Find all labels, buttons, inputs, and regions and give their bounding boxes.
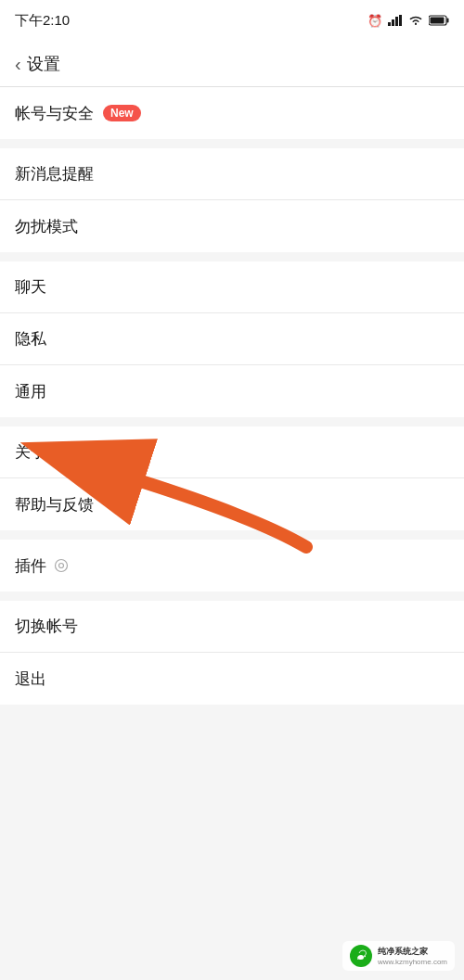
menu-item-chat[interactable]: 聊天 — [0, 261, 464, 313]
menu-item-dnd[interactable]: 勿扰模式 — [0, 200, 464, 252]
status-icons: ⏰ — [367, 14, 449, 28]
svg-point-4 — [415, 23, 417, 25]
watermark-text: 纯净系统之家 www.kzmyhome.com — [378, 946, 447, 966]
back-arrow-icon: ‹ — [15, 55, 21, 73]
svg-rect-1 — [392, 19, 394, 26]
svg-rect-0 — [388, 22, 391, 26]
svg-rect-3 — [399, 15, 402, 26]
section-account: 帐号与安全 New — [0, 87, 464, 139]
menu-item-account-security[interactable]: 帐号与安全 New — [0, 87, 464, 139]
menu-item-logout[interactable]: 退出 — [0, 653, 464, 705]
section-notifications: 新消息提醒 勿扰模式 — [0, 148, 464, 252]
status-time: 下午2:10 — [15, 12, 70, 30]
section-chat-group: 聊天 隐私 通用 — [0, 261, 464, 417]
account-security-label: 帐号与安全 — [15, 103, 94, 124]
help-label: 帮助与反馈 — [15, 494, 94, 515]
menu-item-plugins[interactable]: 插件 — [0, 540, 464, 592]
status-bar: 下午2:10 ⏰ — [0, 0, 464, 41]
wifi-icon — [408, 15, 423, 26]
logout-label: 退出 — [15, 668, 46, 690]
plugins-label: 插件 — [15, 555, 46, 577]
menu-item-about[interactable]: 关于微信 — [0, 426, 464, 478]
dnd-label: 勿扰模式 — [15, 216, 78, 237]
alarm-icon: ⏰ — [367, 14, 382, 28]
svg-rect-2 — [395, 17, 398, 26]
section-about-group: 关于微信 帮助与反馈 — [0, 426, 464, 530]
page-wrapper: 下午2:10 ⏰ — [0, 0, 464, 705]
back-button[interactable]: ‹ 设置 — [15, 53, 60, 75]
menu-item-help[interactable]: 帮助与反馈 — [0, 478, 464, 530]
switch-account-label: 切换帐号 — [15, 616, 78, 637]
watermark: 纯净系统之家 www.kzmyhome.com — [342, 941, 455, 971]
menu-item-switch-account[interactable]: 切换帐号 — [0, 601, 464, 653]
page-title: 设置 — [27, 53, 60, 75]
menu-item-privacy[interactable]: 隐私 — [0, 313, 464, 365]
battery-icon — [429, 15, 449, 26]
new-message-label: 新消息提醒 — [15, 163, 94, 185]
svg-point-9 — [59, 564, 64, 568]
svg-rect-7 — [431, 18, 445, 24]
svg-rect-6 — [447, 19, 449, 23]
header: ‹ 设置 — [0, 41, 464, 87]
general-label: 通用 — [15, 381, 46, 402]
signal-icon — [388, 15, 403, 26]
menu-item-general[interactable]: 通用 — [0, 365, 464, 417]
menu-item-new-message[interactable]: 新消息提醒 — [0, 148, 464, 200]
section-switch-group: 切换帐号 退出 — [0, 601, 464, 705]
privacy-label: 隐私 — [15, 328, 46, 350]
plugin-icon — [54, 558, 69, 573]
watermark-logo — [350, 945, 372, 967]
about-label: 关于微信 — [15, 441, 78, 463]
section-plugins-group: 插件 — [0, 540, 464, 592]
svg-point-8 — [56, 560, 68, 572]
chat-label: 聊天 — [15, 276, 46, 298]
new-badge: New — [103, 105, 141, 121]
